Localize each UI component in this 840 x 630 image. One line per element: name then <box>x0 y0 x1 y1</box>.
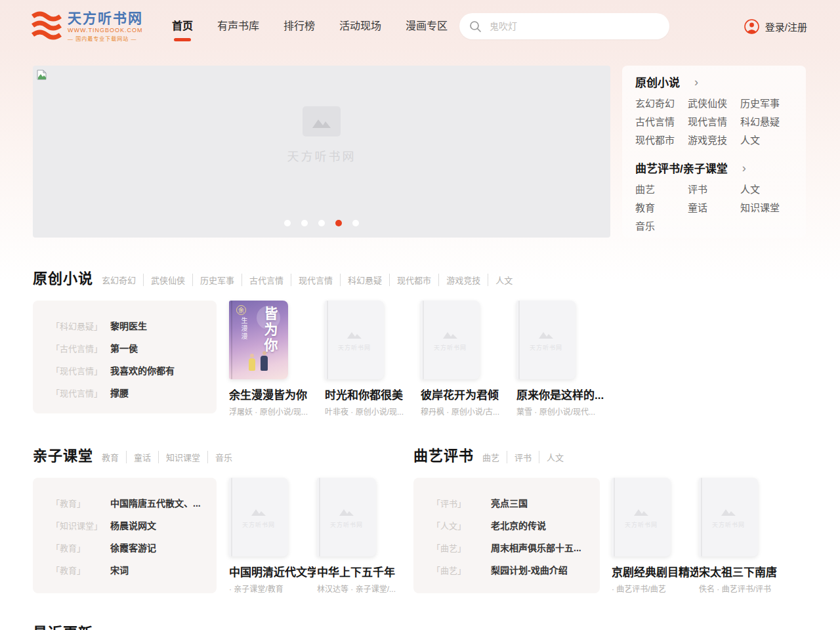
section-tag[interactable]: 现代言情 <box>291 274 341 286</box>
list-item[interactable]: 「曲艺」 梨园计划-戏曲介绍 <box>432 563 600 576</box>
sidebar-link[interactable]: 童话 <box>688 199 740 217</box>
sidebar-link[interactable]: 古代言情 <box>635 113 688 131</box>
list-item-category: 「教育」 <box>51 497 110 509</box>
book-meta: 佚名 · 曲艺评书/评书 <box>699 583 786 594</box>
section-tag[interactable]: 音乐 <box>208 451 240 463</box>
list-item[interactable]: 「现代言情」 我喜欢的你都有 <box>51 364 217 377</box>
login-register[interactable]: 登录/注册 <box>744 0 807 52</box>
section-tag[interactable]: 童话 <box>127 451 159 463</box>
list-item-category: 「古代言情」 <box>51 342 110 354</box>
list-item[interactable]: 「教育」 中国隋唐五代散文、... <box>51 496 217 509</box>
list-item[interactable]: 「教育」 宋词 <box>51 563 217 576</box>
list-item-title: 中国隋唐五代散文、... <box>110 496 201 509</box>
sidebar-link[interactable]: 武侠仙侠 <box>688 94 740 113</box>
cover-side-text: 生漫漫 <box>239 317 249 341</box>
section-tag[interactable]: 人文 <box>488 274 520 286</box>
site-logo[interactable]: 天方听书网 WWW.TINGBOOK.COM — 国内最专业下载网站 — <box>32 11 143 42</box>
section-tag[interactable]: 知识课堂 <box>159 451 208 463</box>
list-item[interactable]: 「现代言情」 撑腰 <box>51 386 217 399</box>
sidebar-link[interactable]: 科幻悬疑 <box>740 113 793 131</box>
section-tag[interactable]: 游戏竞技 <box>439 274 488 286</box>
carousel-dot-4-active[interactable] <box>335 220 342 226</box>
book-card[interactable]: 天方听书网 彼岸花开为君倾 穆丹枫 · 原创小说/古... <box>421 301 513 417</box>
section-tag[interactable]: 古代言情 <box>242 274 291 286</box>
list-item[interactable]: 「评书」 亮点三国 <box>432 496 600 509</box>
sidebar-link[interactable]: 人文 <box>740 180 793 199</box>
book-cover-placeholder: 天方听书网 <box>317 478 376 556</box>
book-card[interactable]: 余 生漫漫 皆为你 余生漫漫皆为你 浮屠妖 · 原创小说/现... <box>229 301 321 417</box>
sidebar-link[interactable]: 现代言情 <box>688 113 740 131</box>
sidebar-group-original-fiction[interactable]: 原创小说 › <box>635 74 793 90</box>
list-item[interactable]: 「古代言情」 第一侯 <box>51 341 217 354</box>
carousel-dot-2[interactable] <box>301 220 308 226</box>
book-cover-placeholder: 天方听书网 <box>516 301 576 379</box>
carousel-dot-3[interactable] <box>318 220 325 226</box>
list-item-title: 我喜欢的你都有 <box>110 364 175 377</box>
list-item-title: 第一侯 <box>110 341 138 354</box>
nav-item-rankings[interactable]: 排行榜 <box>284 0 315 52</box>
figure-man <box>261 356 268 371</box>
sidebar-link[interactable]: 玄幻奇幻 <box>635 94 688 113</box>
sidebar-link[interactable]: 教育 <box>635 199 688 217</box>
list-item-category: 「科幻悬疑」 <box>51 320 110 332</box>
sidebar-group-quyi-kids[interactable]: 曲艺评书/亲子课堂 › <box>635 159 793 176</box>
sidebar-link[interactable]: 人文 <box>740 131 793 150</box>
book-title: 中华上下五千年 <box>317 563 404 579</box>
main-nav: 首页 有声书库 排行榜 活动现场 漫画专区 <box>172 0 448 52</box>
section-tag[interactable]: 玄幻奇幻 <box>102 274 144 286</box>
section-header-kids-class: 亲子课堂 教育 童话 知识课堂 音乐 <box>33 444 240 465</box>
user-avatar-icon <box>744 19 759 34</box>
list-item-category: 「教育」 <box>51 564 110 576</box>
hot-list-original-fiction: 「科幻悬疑」 黎明医生 「古代言情」 第一侯 「现代言情」 我喜欢的你都有 「现… <box>33 301 217 413</box>
list-item[interactable]: 「科幻悬疑」 黎明医生 <box>51 319 217 332</box>
list-item-title: 黎明医生 <box>110 319 147 332</box>
list-item[interactable]: 「知识课堂」 杨晨说网文 <box>51 518 217 532</box>
list-item[interactable]: 「教育」 徐霞客游记 <box>51 541 217 554</box>
book-cover-illustrated: 余 生漫漫 皆为你 <box>229 301 288 379</box>
book-card[interactable]: 天方听书网 京剧经典剧目精选 · 曲艺评书/曲艺 <box>612 478 698 594</box>
section-tag[interactable]: 历史军事 <box>193 274 242 286</box>
sidebar-link[interactable]: 曲艺 <box>635 180 688 199</box>
section-tag[interactable]: 科幻悬疑 <box>341 274 390 286</box>
book-cover-placeholder: 天方听书网 <box>612 478 671 556</box>
section-tag[interactable]: 教育 <box>102 451 127 463</box>
list-item-category: 「教育」 <box>51 541 110 554</box>
list-item-category: 「评书」 <box>432 497 491 509</box>
section-tag[interactable]: 现代都市 <box>390 274 439 286</box>
nav-item-audio-library[interactable]: 有声书库 <box>217 0 259 52</box>
book-meta: · 曲艺评书/曲艺 <box>612 583 698 594</box>
section-tag[interactable]: 曲艺 <box>482 451 507 463</box>
nav-item-home[interactable]: 首页 <box>172 0 193 52</box>
sidebar-link[interactable]: 历史军事 <box>740 94 793 113</box>
list-item-title: 梨园计划-戏曲介绍 <box>491 563 568 576</box>
sidebar-links-group-2: 曲艺 评书 人文 教育 童话 知识课堂 音乐 <box>635 180 793 236</box>
sidebar-link[interactable]: 评书 <box>688 180 740 199</box>
sidebar-group-title: 原创小说 <box>635 74 680 90</box>
book-card[interactable]: 天方听书网 宋太祖三下南唐 佚名 · 曲艺评书/评书 <box>699 478 786 594</box>
list-item[interactable]: 「曲艺」 周末相声俱乐部十五... <box>432 541 600 554</box>
sidebar-link[interactable]: 现代都市 <box>635 131 688 150</box>
book-card[interactable]: 天方听书网 中国明清近代文学 · 亲子课堂/教育 <box>229 478 316 594</box>
sidebar-link[interactable]: 游戏竞技 <box>688 131 740 150</box>
book-title: 余生漫漫皆为你 <box>229 386 321 402</box>
book-card[interactable]: 天方听书网 中华上下五千年 林汉达等 · 亲子课堂/... <box>317 478 404 594</box>
section-tag[interactable]: 评书 <box>507 451 539 463</box>
book-card[interactable]: 天方听书网 原来你是这样的... 葉雪 · 原创小说/现代... <box>516 301 608 417</box>
nav-item-events[interactable]: 活动现场 <box>339 0 381 52</box>
nav-item-comics[interactable]: 漫画专区 <box>406 0 448 52</box>
list-item-title: 宋词 <box>110 563 129 576</box>
carousel-dot-5[interactable] <box>352 220 359 226</box>
site-tagline: — 国内最专业下载网站 — <box>68 35 143 42</box>
list-item[interactable]: 「人文」 老北京的传说 <box>432 518 600 532</box>
hero-carousel[interactable]: 天方听书网 <box>33 66 610 238</box>
carousel-dot-1[interactable] <box>284 220 291 226</box>
cover-watermark: 天方听书网 <box>242 520 275 529</box>
banner-watermark: 天方听书网 <box>287 147 356 164</box>
search-input[interactable] <box>490 21 654 32</box>
section-tag[interactable]: 武侠仙侠 <box>144 274 193 286</box>
image-placeholder-icon <box>442 329 458 339</box>
section-tag[interactable]: 人文 <box>539 451 571 463</box>
sidebar-link[interactable]: 知识课堂 <box>740 199 793 217</box>
book-card[interactable]: 天方听书网 时光和你都很美 叶非夜 · 原创小说/现... <box>325 301 417 417</box>
sidebar-link[interactable]: 音乐 <box>635 217 688 236</box>
